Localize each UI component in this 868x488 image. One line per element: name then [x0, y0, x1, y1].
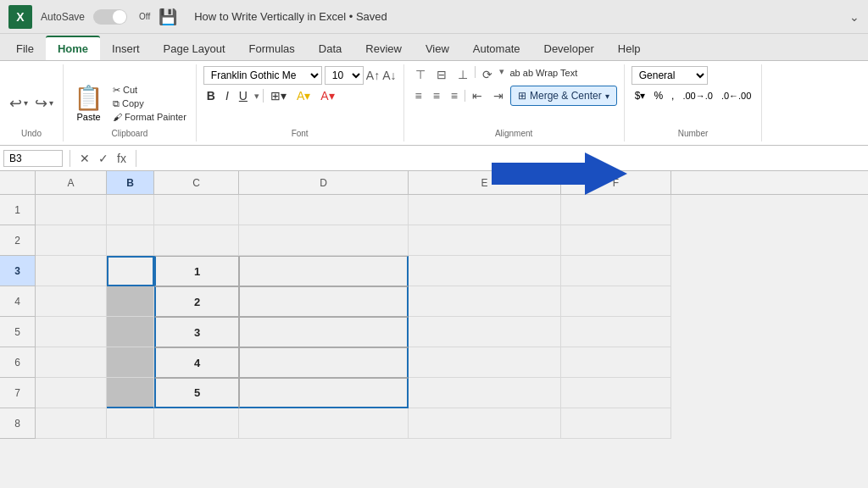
align-bottom-button[interactable]: ⊥ — [453, 66, 472, 83]
comma-button[interactable]: , — [668, 88, 677, 103]
align-top-button[interactable]: ⊤ — [411, 66, 430, 83]
confirm-formula-button[interactable]: ✓ — [96, 152, 111, 165]
cell-a1[interactable] — [36, 195, 107, 225]
cell-c5[interactable]: 3 — [154, 317, 239, 347]
undo-button[interactable]: ↩▾ — [7, 92, 31, 114]
cut-button[interactable]: ✂ Cut — [110, 84, 189, 97]
row-header-1[interactable]: 1 — [0, 195, 36, 225]
tab-automate[interactable]: Automate — [461, 37, 532, 60]
cell-e7[interactable] — [409, 378, 561, 408]
cell-f3[interactable] — [561, 256, 671, 286]
decrease-indent-button[interactable]: ⇤ — [468, 87, 487, 104]
cell-b3[interactable] — [107, 256, 154, 286]
italic-button[interactable]: I — [222, 87, 232, 104]
align-middle-button[interactable]: ⊟ — [432, 66, 451, 83]
insert-function-button[interactable]: fx — [114, 152, 129, 165]
cell-b1[interactable] — [107, 195, 154, 225]
font-size-select[interactable]: 10 — [325, 66, 364, 85]
cell-f5[interactable] — [561, 317, 671, 347]
cell-e3[interactable] — [409, 256, 561, 286]
tab-file[interactable]: File — [4, 37, 46, 60]
row-header-2[interactable]: 2 — [0, 225, 36, 256]
cell-b7[interactable] — [107, 378, 154, 408]
font-size-decrease[interactable]: A↓ — [382, 69, 396, 82]
bold-button[interactable]: B — [203, 87, 219, 104]
tab-home[interactable]: Home — [46, 36, 100, 60]
merge-center-button[interactable]: ⊞ Merge & Center ▾ — [510, 86, 617, 106]
font-color-button[interactable]: A▾ — [317, 87, 337, 104]
cell-f8[interactable] — [561, 408, 671, 439]
cell-d7[interactable] — [239, 378, 409, 408]
cell-d1[interactable] — [239, 195, 409, 225]
title-chevron[interactable]: ⌄ — [849, 10, 860, 24]
cell-b2[interactable] — [107, 225, 154, 256]
font-size-increase[interactable]: A↑ — [366, 69, 380, 82]
cell-c7[interactable]: 5 — [154, 378, 239, 408]
number-format-select[interactable]: General — [632, 66, 708, 85]
underline-button[interactable]: U — [236, 87, 251, 104]
cell-reference-input[interactable] — [3, 150, 63, 167]
col-header-d[interactable]: D — [239, 171, 409, 194]
cell-b5[interactable] — [107, 317, 154, 347]
tab-review[interactable]: Review — [353, 37, 414, 60]
cell-c3[interactable]: 1 — [154, 256, 239, 286]
decrease-decimal-button[interactable]: .00→.0 — [679, 89, 715, 103]
row-header-7[interactable]: 7 — [0, 378, 36, 408]
increase-decimal-button[interactable]: .0←.00 — [718, 89, 754, 103]
tab-insert[interactable]: Insert — [100, 37, 152, 60]
fill-color-button[interactable]: A▾ — [293, 87, 314, 104]
cell-c6[interactable]: 4 — [154, 347, 239, 378]
cell-d3[interactable] — [239, 256, 409, 286]
wrap-text-button[interactable]: ab ab Wrap Text — [507, 66, 581, 83]
tab-view[interactable]: View — [414, 37, 461, 60]
cell-a6[interactable] — [36, 347, 107, 378]
copy-button[interactable]: ⧉ Copy — [110, 97, 189, 110]
cancel-formula-button[interactable]: ✕ — [77, 152, 92, 165]
row-header-3[interactable]: 3 — [0, 256, 36, 286]
row-header-8[interactable]: 8 — [0, 408, 36, 439]
tab-page-layout[interactable]: Page Layout — [152, 37, 237, 60]
cell-f6[interactable] — [561, 347, 671, 378]
cell-d5[interactable] — [239, 317, 409, 347]
col-header-c[interactable]: C — [154, 171, 239, 194]
font-name-select[interactable]: Franklin Gothic Me — [203, 66, 322, 85]
cell-a3[interactable] — [36, 256, 107, 286]
cell-b6[interactable] — [107, 347, 154, 378]
cell-c4[interactable]: 2 — [154, 286, 239, 317]
cell-e8[interactable] — [409, 408, 561, 439]
cell-b4[interactable] — [107, 286, 154, 317]
cell-a2[interactable] — [36, 225, 107, 256]
cell-c1[interactable] — [154, 195, 239, 225]
cell-d4[interactable] — [239, 286, 409, 317]
cell-e2[interactable] — [409, 225, 561, 256]
percent-button[interactable]: % — [650, 88, 666, 103]
cell-e6[interactable] — [409, 347, 561, 378]
cell-e5[interactable] — [409, 317, 561, 347]
autosave-toggle[interactable] — [93, 9, 127, 25]
cell-f2[interactable] — [561, 225, 671, 256]
cell-a4[interactable] — [36, 286, 107, 317]
col-header-b[interactable]: B — [107, 171, 154, 194]
tab-formulas[interactable]: Formulas — [237, 37, 307, 60]
orient-button[interactable]: ⟳ — [478, 66, 497, 83]
cell-d6[interactable] — [239, 347, 409, 378]
row-header-5[interactable]: 5 — [0, 317, 36, 347]
tab-help[interactable]: Help — [606, 37, 653, 60]
cell-f7[interactable] — [561, 378, 671, 408]
format-painter-button[interactable]: 🖌 Format Painter — [110, 111, 189, 123]
align-right-button[interactable]: ≡ — [447, 87, 462, 104]
row-header-4[interactable]: 4 — [0, 286, 36, 317]
redo-button[interactable]: ↪▾ — [32, 92, 56, 114]
cell-a8[interactable] — [36, 408, 107, 439]
cell-d2[interactable] — [239, 225, 409, 256]
dollar-button[interactable]: $▾ — [632, 88, 649, 103]
cell-d8[interactable] — [239, 408, 409, 439]
paste-button[interactable]: 📋 Paste — [70, 82, 107, 124]
borders-button[interactable]: ⊞▾ — [267, 87, 290, 104]
cell-a7[interactable] — [36, 378, 107, 408]
cell-e1[interactable] — [409, 195, 561, 225]
row-header-6[interactable]: 6 — [0, 347, 36, 378]
tab-data[interactable]: Data — [307, 37, 353, 60]
align-left-button[interactable]: ≡ — [411, 87, 426, 104]
cell-a5[interactable] — [36, 317, 107, 347]
